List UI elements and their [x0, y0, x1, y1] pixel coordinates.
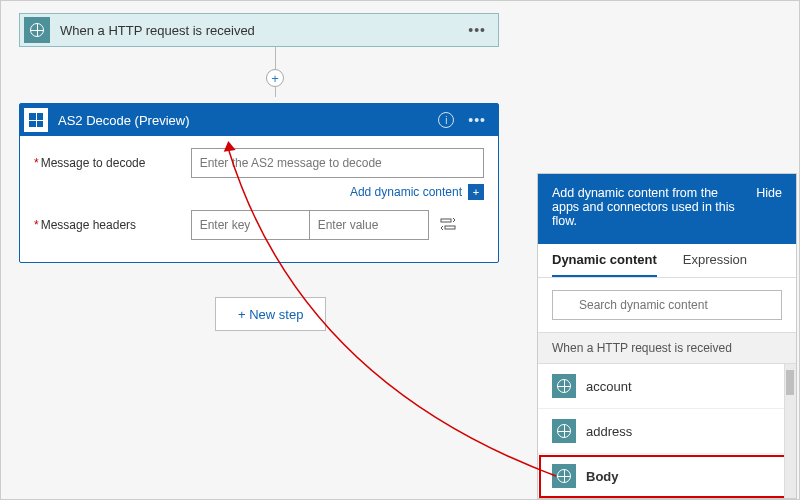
message-to-decode-input[interactable]	[191, 148, 484, 178]
dynamic-content-item-label: Body	[586, 469, 619, 484]
tab-dynamic-content[interactable]: Dynamic content	[552, 252, 657, 277]
connector-line	[275, 47, 276, 69]
dynamic-content-item-address[interactable]: address	[538, 409, 796, 454]
field-label-message: Message to decode	[41, 156, 191, 170]
field-label-headers: Message headers	[41, 218, 191, 232]
action-card-as2-decode: AS2 Decode (Preview) i ••• * Message to …	[19, 103, 499, 263]
add-dynamic-content-link[interactable]: Add dynamic content	[350, 185, 462, 199]
header-key-input[interactable]	[192, 211, 310, 239]
dynamic-content-item-account[interactable]: account	[538, 364, 796, 409]
as2-icon	[24, 108, 48, 132]
svg-rect-0	[441, 219, 451, 222]
add-dynamic-content-badge[interactable]: +	[468, 184, 484, 200]
action-header[interactable]: AS2 Decode (Preview) i •••	[20, 104, 498, 136]
dynamic-content-header-text: Add dynamic content from the apps and co…	[552, 186, 746, 228]
action-title: AS2 Decode (Preview)	[58, 113, 438, 128]
info-icon[interactable]: i	[438, 112, 454, 128]
dynamic-content-search-input[interactable]	[552, 290, 782, 320]
connector-line	[275, 87, 276, 97]
dynamic-content-item-label: account	[586, 379, 632, 394]
annotation-arrowhead	[222, 140, 235, 152]
trigger-more-icon[interactable]: •••	[464, 22, 490, 38]
header-value-input[interactable]	[310, 211, 428, 239]
dynamic-content-section-label: When a HTTP request is received	[538, 332, 796, 364]
dynamic-content-header: Add dynamic content from the apps and co…	[538, 174, 796, 244]
new-step-button[interactable]: + New step	[215, 297, 326, 331]
hide-panel-link[interactable]: Hide	[756, 186, 782, 228]
http-globe-icon	[24, 17, 50, 43]
svg-rect-1	[445, 226, 455, 229]
tab-expression[interactable]: Expression	[683, 252, 747, 277]
required-asterisk: *	[34, 218, 39, 232]
dynamic-content-item-body[interactable]: Body	[538, 454, 796, 498]
http-globe-icon	[552, 419, 576, 443]
dynamic-content-tabs: Dynamic content Expression	[538, 244, 796, 278]
required-asterisk: *	[34, 156, 39, 170]
switch-to-text-mode-icon[interactable]	[439, 216, 457, 234]
dynamic-content-panel: Add dynamic content from the apps and co…	[537, 173, 797, 499]
insert-step-button[interactable]: +	[266, 69, 284, 87]
trigger-title: When a HTTP request is received	[60, 23, 464, 38]
action-more-icon[interactable]: •••	[464, 112, 490, 128]
trigger-card[interactable]: When a HTTP request is received •••	[19, 13, 499, 47]
scrollbar[interactable]	[784, 364, 796, 498]
dynamic-content-item-label: address	[586, 424, 632, 439]
dynamic-content-list: account address Body	[538, 364, 796, 498]
http-globe-icon	[552, 374, 576, 398]
header-keyvalue-pair	[191, 210, 429, 240]
http-globe-icon	[552, 464, 576, 488]
